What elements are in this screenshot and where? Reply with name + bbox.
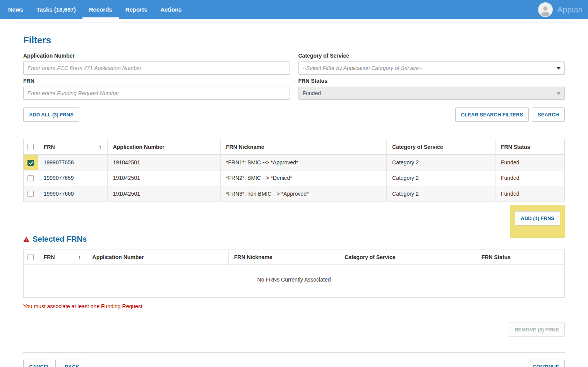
empty-row: No FRNs Currently Associated [24,265,565,298]
cell-frn-status: Funded [495,155,565,170]
cell-category-of-service: Category 2 [387,155,495,170]
frn-status-value: Funded [303,90,321,96]
table-header-row: FRN ↑ Application Number FRN Nickname Ca… [24,249,565,265]
cell-frn-nickname: *FRN3*: non BMIC --> *Approved* [220,186,386,201]
column-header-frn-status: FRN Status [476,249,564,265]
clear-search-filters-button[interactable]: CLEAR SEARCH FILTERS [455,108,529,122]
cancel-button[interactable]: CANCEL [23,360,56,367]
cell-frn-status: Funded [495,170,565,186]
table-row: 1999077658 191042501 *FRN1*: BMIC --> *A… [24,155,565,170]
select-all-checkbox[interactable] [27,254,34,260]
search-button[interactable]: SEARCH [532,108,565,122]
remove-frns-button[interactable]: REMOVE (0) FRNS [509,323,565,337]
application-number-label: Application Number [23,53,290,59]
sort-ascending-icon[interactable]: ↑ [78,254,81,260]
nav-item-news[interactable]: News [2,0,30,19]
table-row: 1999077659 191042501 *FRN2*: BMIC --> *D… [24,170,565,186]
sort-ascending-icon[interactable]: ↑ [99,143,102,150]
selected-frns-heading: Selected FRNs [23,235,565,244]
row-checkbox[interactable] [27,160,34,166]
add-frns-highlight: ADD (1) FRNS [510,205,565,238]
filters-form: Application Number Category of Service -… [23,51,565,100]
nav-item-label: Tasks (18,697) [36,6,75,13]
footer-divider [23,352,565,353]
column-header-application-number: Application Number [107,139,220,155]
warning-icon [23,237,29,242]
cell-application-number: 191042501 [107,155,220,170]
table-row: 1999077660 191042501 *FRN3*: non BMIC --… [24,186,565,201]
add-frns-button[interactable]: ADD (1) FRNS [515,211,560,225]
cell-frn: 1999077659 [38,170,107,186]
cell-frn-status: Funded [495,186,565,201]
table-header-row: FRN ↑ Application Number FRN Nickname Ca… [24,139,565,155]
nav-item-label: Reports [125,6,147,13]
column-header-frn: FRN [44,254,55,260]
column-header-frn-nickname: FRN Nickname [220,139,386,155]
frn-field-group: FRN [23,76,290,100]
cell-frn-nickname: *FRN1*: BMIC --> *Approved* [220,155,386,170]
row-checkbox[interactable] [27,175,34,181]
category-of-service-field-group: Category of Service --Select Filter by A… [298,51,565,75]
appian-logo: Appian [557,5,583,14]
user-icon [540,5,551,16]
frn-label: FRN [23,78,290,84]
validation-message: You must associate at least one Funding … [23,303,565,309]
cell-category-of-service: Category 2 [387,186,495,201]
nav-item-tasks[interactable]: Tasks (18,697) [30,0,82,19]
category-of-service-label: Category of Service [298,53,565,59]
frn-status-label: FRN Status [298,78,565,84]
column-header-frn-nickname: FRN Nickname [228,249,339,265]
column-header-application-number: Application Number [87,249,228,265]
chevron-down-icon [557,67,561,70]
back-button[interactable]: BACK [59,360,85,367]
nav-item-label: Actions [160,6,182,13]
continue-button[interactable]: CONTINUE [527,360,565,367]
filters-title: Filters [23,35,565,46]
select-all-checkbox[interactable] [27,144,34,150]
nav-item-label: Records [89,6,112,13]
row-checkbox[interactable] [27,191,34,197]
cell-frn: 1999077660 [38,186,107,201]
chevron-down-icon [557,92,561,95]
add-all-frns-button[interactable]: ADD ALL (3) FRNS [23,108,79,122]
category-of-service-select[interactable]: --Select Filter by Application Category … [298,61,565,75]
selected-frns-table: FRN ↑ Application Number FRN Nickname Ca… [23,249,565,298]
column-header-frn-status: FRN Status [495,139,565,155]
selected-frns-title: Selected FRNs [33,235,87,244]
cell-frn: 1999077658 [38,155,107,170]
cell-application-number: 191042501 [107,186,220,201]
nav-item-label: News [8,6,23,13]
column-header-frn: FRN [44,144,55,150]
cell-application-number: 191042501 [107,170,220,186]
avatar[interactable] [538,2,553,17]
main-content: Filters Application Number Category of S… [14,22,574,367]
top-navbar: News Tasks (18,697) Records Reports Acti… [0,0,588,19]
nav-item-records[interactable]: Records [82,0,119,19]
frn-results-table: FRN ↑ Application Number FRN Nickname Ca… [23,139,565,201]
column-header-category-of-service: Category of Service [387,139,495,155]
cell-category-of-service: Category 2 [387,170,495,186]
application-number-input[interactable] [23,61,290,75]
nav-item-actions[interactable]: Actions [154,0,188,19]
category-of-service-value: --Select Filter by Application Category … [303,65,423,71]
cell-frn-nickname: *FRN2*: BMIC --> *Denied* [220,170,386,186]
application-number-field-group: Application Number [23,51,290,75]
frn-status-field-group: FRN Status Funded [298,76,565,100]
frn-input[interactable] [23,87,290,100]
nav-item-reports[interactable]: Reports [119,0,154,19]
column-header-category-of-service: Category of Service [339,249,476,265]
frn-status-select[interactable]: Funded [298,87,565,100]
empty-message: No FRNs Currently Associated [24,265,565,298]
